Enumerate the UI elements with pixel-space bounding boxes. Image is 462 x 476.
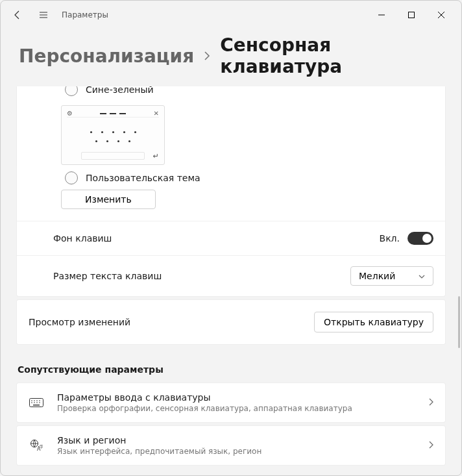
- link-language-region[interactable]: A字 Язык и регион Язык интерфейса, предпо…: [16, 425, 446, 466]
- svg-point-8: [36, 402, 38, 403]
- toggle-group: Вкл.: [380, 232, 433, 245]
- chevron-right-icon: [203, 49, 211, 63]
- content-scroll[interactable]: Сине-зеленый ⚙ ✕: [1, 86, 461, 476]
- chevron-right-icon: [428, 441, 433, 451]
- link-desc: Проверка орфографии, сенсорная клавиатур…: [57, 404, 415, 413]
- keyboard-keys: [67, 118, 159, 151]
- breadcrumb-parent[interactable]: Персонализация: [19, 45, 194, 67]
- link-title: Язык и регион: [57, 435, 415, 445]
- svg-rect-10: [33, 405, 40, 406]
- key-text-size-select[interactable]: Мелкий: [350, 266, 433, 286]
- link-title: Параметры ввода с клавиатуры: [57, 392, 415, 403]
- svg-point-4: [36, 400, 38, 401]
- key-background-label: Фон клавиш: [53, 233, 112, 244]
- svg-point-9: [39, 402, 40, 403]
- svg-rect-0: [409, 12, 415, 18]
- preview-card: Просмотр изменений Открыть клавиатуру: [16, 299, 446, 345]
- breadcrumb-current: Сенсорная клавиатура: [220, 34, 443, 77]
- window-controls: [367, 5, 456, 25]
- key-background-toggle[interactable]: [407, 232, 433, 245]
- gear-icon: ⚙: [67, 110, 73, 117]
- svg-text:字: 字: [40, 444, 43, 449]
- key-text-size-row: Размер текста клавиш Мелкий: [17, 255, 445, 296]
- keyboard-icon: [29, 398, 44, 407]
- chevron-right-icon: [428, 398, 433, 408]
- link-text: Параметры ввода с клавиатуры Проверка ор…: [57, 392, 415, 413]
- key-text-size-label: Размер текста клавиш: [53, 271, 162, 281]
- theme-option-teal[interactable]: Сине-зеленый: [17, 86, 445, 101]
- related-heading: Сопутствующие параметры: [18, 364, 446, 375]
- svg-point-7: [34, 402, 35, 403]
- svg-point-5: [39, 400, 40, 401]
- radio-icon[interactable]: [65, 171, 78, 184]
- preview-label: Просмотр изменений: [29, 317, 130, 327]
- theme-label: Сине-зеленый: [86, 86, 154, 93]
- svg-point-3: [34, 400, 35, 401]
- nav-menu-button[interactable]: [32, 3, 55, 27]
- svg-point-6: [31, 402, 32, 403]
- keyboard-preview: ⚙ ✕ ↵: [61, 105, 165, 165]
- scrollbar-thumb[interactable]: [458, 296, 460, 348]
- chevron-down-icon: [419, 273, 425, 280]
- link-typing-settings[interactable]: Параметры ввода с клавиатуры Проверка ор…: [16, 382, 446, 423]
- minimize-button[interactable]: [367, 5, 396, 25]
- spacebar-preview: [81, 152, 145, 160]
- maximize-button[interactable]: [396, 5, 426, 25]
- select-value: Мелкий: [359, 271, 395, 281]
- change-button[interactable]: Изменить: [61, 190, 156, 209]
- breadcrumb: Персонализация Сенсорная клавиатура: [1, 29, 461, 86]
- back-button[interactable]: [6, 3, 29, 27]
- theme-option-custom[interactable]: Пользовательская тема: [17, 171, 445, 190]
- enter-icon: ↵: [153, 152, 159, 160]
- svg-point-2: [31, 400, 32, 401]
- app-title: Параметры: [62, 10, 108, 19]
- toggle-state-label: Вкл.: [380, 233, 400, 244]
- close-button[interactable]: [426, 5, 456, 25]
- link-text: Язык и регион Язык интерфейса, предпочит…: [57, 435, 415, 456]
- suggestion-bars: [100, 113, 126, 114]
- open-keyboard-button[interactable]: Открыть клавиатуру: [314, 312, 433, 332]
- titlebar-left: Параметры: [6, 3, 367, 27]
- key-background-row: Фон клавиш Вкл.: [17, 221, 445, 255]
- language-icon: A字: [29, 439, 44, 452]
- theme-card: Сине-зеленый ⚙ ✕: [16, 86, 446, 297]
- close-icon: ✕: [154, 110, 159, 117]
- radio-icon[interactable]: [65, 86, 78, 96]
- titlebar: Параметры: [1, 1, 461, 29]
- link-desc: Язык интерфейса, предпочитаемый язык, ре…: [57, 447, 415, 456]
- theme-label: Пользовательская тема: [86, 173, 201, 183]
